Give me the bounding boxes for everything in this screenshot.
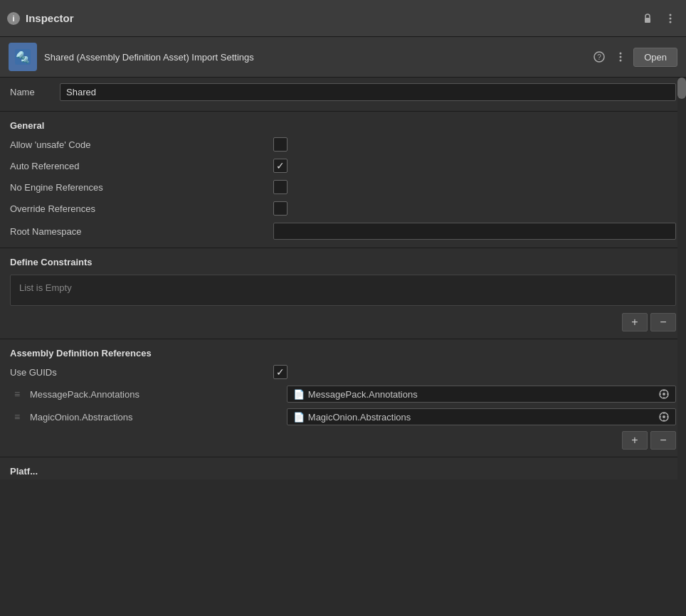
svg-text:?: ?: [597, 53, 601, 61]
asset-header: 🔩 Shared (Assembly Definition Asset) Imp…: [0, 37, 686, 78]
use-guids-label: Use GUIDs: [10, 367, 273, 378]
no-engine-refs-checkbox[interactable]: [273, 180, 287, 194]
asm-file-icon-0: 📄: [293, 389, 305, 400]
allow-unsafe-checkbox[interactable]: [273, 137, 287, 152]
asset-header-left: 🔩 Shared (Assembly Definition Asset) Imp…: [9, 43, 254, 71]
drag-handle-1[interactable]: ≡: [10, 411, 24, 423]
divider-3: [0, 339, 686, 339]
asset-more-button[interactable]: [612, 48, 629, 65]
root-namespace-label: Root Namespace: [10, 226, 273, 237]
divider-1: [0, 111, 686, 112]
scrollbar-track[interactable]: [677, 78, 686, 616]
general-header: General: [0, 116, 686, 134]
platform-heading: Platf...: [0, 462, 686, 479]
asm-target-button-0[interactable]: [658, 388, 670, 400]
auto-referenced-label: Auto Referenced: [10, 161, 273, 171]
asm-item-1: ≡ MagicOnion.Abstractions 📄 MagicOnion.A…: [0, 405, 686, 428]
constraints-pm-row: + −: [0, 310, 686, 334]
define-constraints-header: Define Constraints: [0, 253, 686, 270]
svg-point-8: [620, 53, 622, 55]
auto-referenced-checkbox[interactable]: [273, 159, 287, 173]
constraints-add-button[interactable]: +: [622, 313, 648, 331]
auto-referenced-row: Auto Referenced: [0, 155, 686, 176]
asm-right-label-1: 📄 MagicOnion.Abstractions: [293, 412, 411, 423]
title-bar-left: i Inspector: [7, 12, 74, 25]
constraints-empty-text: List is Empty: [19, 282, 72, 293]
svg-point-1: [670, 14, 672, 16]
asm-remove-button[interactable]: −: [650, 431, 676, 450]
asm-right-text-0: MessagePack.Annotations: [308, 389, 418, 400]
asm-pm-row: + −: [0, 428, 686, 452]
open-button[interactable]: Open: [633, 48, 677, 67]
asset-header-right: ? Open: [591, 48, 677, 67]
root-namespace-input[interactable]: [273, 223, 676, 240]
scrollbar-thumb[interactable]: [677, 78, 686, 99]
use-guids-row: Use GUIDs: [0, 361, 686, 383]
lock-button[interactable]: [639, 10, 656, 27]
no-engine-refs-label: No Engine References: [10, 182, 273, 193]
asm-right-1: 📄 MagicOnion.Abstractions: [287, 408, 676, 425]
info-icon: i: [7, 12, 20, 25]
inspector-title: Inspector: [26, 12, 74, 24]
override-refs-checkbox[interactable]: [273, 201, 287, 216]
scroll-container: Name General Allow 'unsafe' Code Auto Re…: [0, 78, 686, 616]
title-bar: i Inspector: [0, 0, 686, 37]
no-engine-refs-row: No Engine References: [0, 176, 686, 198]
allow-unsafe-row: Allow 'unsafe' Code: [0, 134, 686, 155]
override-refs-label: Override References: [10, 203, 273, 214]
main-content: Name General Allow 'unsafe' Code Auto Re…: [0, 78, 686, 479]
name-input[interactable]: [60, 83, 676, 101]
name-label: Name: [10, 87, 53, 97]
asm-right-text-1: MagicOnion.Abstractions: [308, 412, 411, 423]
svg-text:🔩: 🔩: [16, 51, 30, 64]
asm-add-button[interactable]: +: [622, 431, 648, 450]
asm-right-0: 📄 MessagePack.Annotations: [287, 386, 676, 403]
use-guids-checkbox[interactable]: [273, 365, 287, 379]
drag-handle-0[interactable]: ≡: [10, 388, 24, 400]
svg-point-12: [663, 393, 665, 395]
more-options-button[interactable]: [662, 10, 679, 27]
root-namespace-row: Root Namespace: [0, 219, 686, 243]
asm-file-icon-1: 📄: [293, 412, 305, 423]
constraints-remove-button[interactable]: −: [650, 313, 676, 331]
name-row: Name: [0, 78, 686, 107]
svg-rect-0: [645, 18, 650, 23]
allow-unsafe-label: Allow 'unsafe' Code: [10, 139, 273, 150]
override-refs-row: Override References: [0, 198, 686, 219]
svg-point-18: [663, 415, 665, 418]
asm-refs-header: Assembly Definition References: [0, 344, 686, 361]
svg-point-9: [620, 56, 622, 58]
asm-left-label-0: MessagePack.Annotations: [30, 389, 281, 400]
svg-point-2: [670, 17, 672, 19]
svg-point-3: [670, 21, 672, 23]
asm-target-button-1[interactable]: [658, 411, 670, 423]
asm-left-label-1: MagicOnion.Abstractions: [30, 412, 281, 423]
asm-right-label-0: 📄 MessagePack.Annotations: [293, 389, 418, 400]
title-bar-right: [639, 10, 679, 27]
svg-point-10: [620, 60, 622, 62]
constraints-list: List is Empty: [10, 275, 676, 306]
asm-item-0: ≡ MessagePack.Annotations 📄 MessagePack.…: [0, 383, 686, 405]
asset-icon: 🔩: [9, 43, 37, 71]
divider-2: [0, 248, 686, 248]
divider-4: [0, 457, 686, 457]
asset-title: Shared (Assembly Definition Asset) Impor…: [44, 52, 254, 63]
help-button[interactable]: ?: [591, 48, 608, 65]
